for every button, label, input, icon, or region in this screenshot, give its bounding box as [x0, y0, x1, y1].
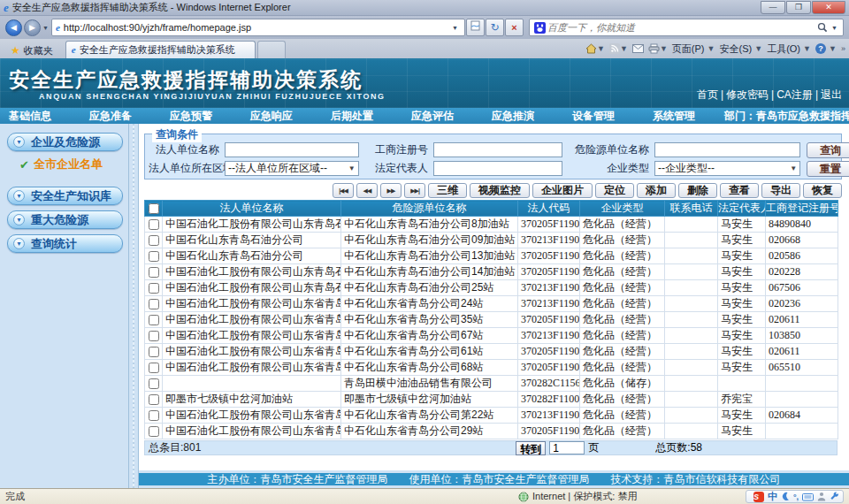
toolbar-button[interactable]: 查看	[720, 183, 759, 198]
enterprise-type-select[interactable]: --企业类型--▼	[654, 161, 800, 176]
compatibility-view-button[interactable]	[466, 19, 485, 36]
toolbar-button[interactable]: 导出	[761, 183, 800, 198]
toolbar-button[interactable]: 定位	[595, 183, 634, 198]
select-all-checkbox[interactable]	[149, 203, 159, 214]
row-checkbox[interactable]	[149, 219, 159, 230]
toolbar-button[interactable]: 删除	[678, 183, 717, 198]
minimize-button[interactable]: —	[761, 1, 785, 14]
toolbar-button[interactable]: 视频监控	[470, 183, 530, 198]
search-button[interactable]: 查询	[807, 142, 849, 158]
tools-menu[interactable]: 工具(O) ▼	[767, 42, 811, 56]
row-checkbox[interactable]	[149, 251, 159, 262]
row-checkbox[interactable]	[149, 378, 159, 389]
table-row[interactable]: 中国石油化工股份有限公司山东青岛石油分公司 中石化山东青岛石油分公司14加油站 …	[145, 264, 838, 280]
row-checkbox[interactable]	[149, 426, 159, 437]
table-row[interactable]: 中国石油化工股份有限公司山东青岛石油分公司 中石化山东青岛石油分公司8加油站 3…	[145, 217, 838, 233]
sidebar-group-major-hazards[interactable]: ▼ 重大危险源	[7, 210, 123, 229]
header-link[interactable]: CA注册	[769, 88, 813, 103]
forward-button[interactable]: ▶	[24, 19, 41, 36]
sidebar-group-enterprise-hazard[interactable]: ▼ 企业及危险源	[7, 133, 123, 151]
table-row[interactable]: 中国石油化工股份有限公司山东省青岛分公司 中石化山东省青岛分公司68站 3702…	[145, 360, 838, 376]
table-row[interactable]: 中国石油化工股份有限公司山东省青岛分公司 中石化山东省青岛分公司第22站 370…	[145, 408, 838, 424]
table-row[interactable]: 中国石化山东青岛石油分公司 中石化山东青岛石油分公司09加油站 370213F1…	[145, 233, 838, 248]
toolbar-button[interactable]: 添加	[637, 183, 676, 198]
overflow-chevron-icon[interactable]: »	[841, 44, 845, 53]
menu-item[interactable]: 应急评估	[411, 109, 454, 124]
row-checkbox[interactable]	[149, 267, 159, 278]
read-mail-button[interactable]	[632, 44, 644, 53]
table-row[interactable]: 中国石油化工股份有限公司山东省青岛分公司 中石化山东省青岛分公司29站 3702…	[145, 424, 838, 439]
row-checkbox[interactable]	[149, 394, 159, 405]
table-row[interactable]: 即墨市七级镇中岔河加油站 即墨市七级镇中岔河加油站 370282F110063 …	[145, 392, 838, 408]
feeds-button[interactable]: ▼	[609, 43, 628, 54]
legal-name-input[interactable]	[225, 142, 359, 157]
ime-language-toggle[interactable]: 中	[768, 490, 777, 503]
table-row[interactable]: 中国石化山东青岛石油分公司 中石化山东青岛石油分公司13加油站 370205F1…	[145, 248, 838, 264]
row-checkbox[interactable]	[149, 331, 159, 341]
row-checkbox[interactable]	[149, 315, 159, 325]
address-field[interactable]: e http://localhost:90/yjzh/frame/homepag…	[51, 19, 465, 36]
table-row[interactable]: 中国石油化工股份有限公司山东省青岛分公司 中石化山东省青岛分公司61站 3702…	[145, 344, 838, 360]
row-checkbox[interactable]	[149, 283, 159, 294]
region-select[interactable]: --法人单位所在区域--▼	[225, 161, 359, 176]
row-checkbox[interactable]	[149, 363, 159, 373]
toolbar-button[interactable]: 企业图片	[532, 183, 593, 198]
browser-tab[interactable]: e 安全生产应急救援指挥辅助决策系统	[65, 41, 256, 58]
header-link[interactable]: 首页	[697, 88, 718, 103]
pager-nav-button[interactable]: |◀◀	[333, 183, 354, 198]
hazard-name-input[interactable]	[654, 142, 800, 157]
table-row[interactable]: 中国石油化工股份有限公司山东省青岛分公司 中石化山东省青岛分公司67站 3702…	[145, 328, 838, 344]
search-dropdown-icon[interactable]: ▼	[831, 25, 838, 31]
person-icon[interactable]	[817, 492, 826, 501]
sidebar-group-knowledge-base[interactable]: ▼ 安全生产知识库	[7, 187, 123, 205]
sidebar-group-query-statistics[interactable]: ▼ 查询统计	[7, 234, 123, 253]
recent-pages-dropdown-icon[interactable]: ▼	[42, 25, 49, 31]
menu-item[interactable]: 基础信息	[9, 109, 51, 124]
search-box[interactable]: ▼	[529, 19, 844, 36]
favorites-button[interactable]: ★ 收藏夹	[4, 42, 60, 58]
sidebar-splitter[interactable]	[128, 124, 139, 488]
menu-item[interactable]: 后期处置	[331, 109, 373, 124]
header-link[interactable]: 退出	[813, 88, 842, 103]
menu-item[interactable]: 应急预警	[170, 109, 212, 124]
address-dropdown-icon[interactable]: ▼	[452, 25, 458, 31]
row-checkbox[interactable]	[149, 347, 159, 357]
help-menu[interactable]: ? ▼	[815, 43, 837, 54]
table-row[interactable]: 中国石油化工股份有限公司山东省青岛分公司 中石化山东省青岛分公司35站 3702…	[145, 312, 838, 328]
sidebar-item-city-enterprise-list[interactable]: ✔ 全市企业名单	[19, 157, 123, 172]
maximize-button[interactable]: ❐	[786, 1, 811, 14]
row-checkbox[interactable]	[149, 410, 159, 421]
table-row[interactable]: 中国石油化工股份有限公司山东省青岛分公司 中石化山东省青岛分公司24站 3702…	[145, 296, 838, 312]
new-tab-button[interactable]	[257, 41, 286, 58]
pager-nav-button[interactable]: ▶▶	[380, 183, 402, 198]
print-button[interactable]: ▼	[648, 43, 668, 54]
table-row[interactable]: 中国石油化工股份有限公司山东青岛石油分公司 中石化山东青岛石油分公司25站 37…	[145, 280, 838, 296]
home-button[interactable]: ▼	[585, 43, 605, 54]
menu-item[interactable]: 应急推演	[492, 109, 534, 124]
header-link[interactable]: 修改密码	[718, 88, 769, 103]
ime-punctuation-toggle[interactable]: °,	[793, 493, 799, 501]
wrench-icon[interactable]	[830, 492, 839, 501]
pager-nav-button[interactable]: ▶▶|	[404, 183, 425, 198]
search-input[interactable]	[547, 22, 815, 33]
pager-nav-button[interactable]: ◀◀	[356, 183, 378, 198]
menu-item[interactable]: 应急准备	[89, 109, 132, 124]
toolbar-button[interactable]: 三维	[428, 183, 467, 198]
page-menu[interactable]: 页面(P) ▼	[672, 42, 715, 56]
menu-item[interactable]: 设备管理	[572, 109, 615, 124]
table-row[interactable]: 青岛田横中油油品销售有限公司 370282C115602 危化品（储存）	[145, 376, 838, 392]
safety-menu[interactable]: 安全(S) ▼	[719, 42, 762, 56]
back-button[interactable]: ◀	[5, 19, 22, 36]
toolbar-button[interactable]: 恢复	[803, 183, 842, 198]
page-number-input[interactable]	[549, 441, 585, 454]
search-icon[interactable]	[817, 22, 828, 33]
menu-item[interactable]: 应急响应	[250, 109, 293, 124]
reset-button[interactable]: 重置	[807, 161, 849, 177]
sogou-icon[interactable]: S	[753, 492, 764, 502]
refresh-button[interactable]: ↻	[486, 19, 504, 36]
goto-page-button[interactable]: 转到	[516, 441, 546, 455]
row-checkbox[interactable]	[149, 299, 159, 309]
menu-item[interactable]: 系统管理	[653, 109, 695, 124]
row-checkbox[interactable]	[149, 235, 159, 246]
close-button[interactable]: ✕	[812, 1, 845, 14]
